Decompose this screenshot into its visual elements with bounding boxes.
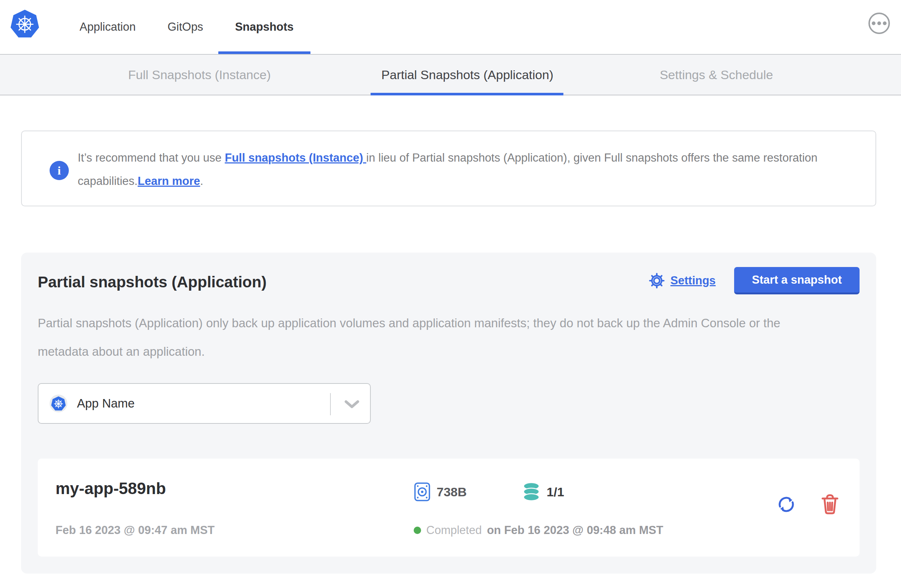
kubernetes-logo-icon xyxy=(9,8,40,39)
tab-settings-schedule[interactable]: Settings & Schedule xyxy=(660,55,773,95)
ellipsis-icon xyxy=(877,22,881,25)
top-nav: Application GitOps Snapshots xyxy=(0,0,901,54)
nav-item-snapshots[interactable]: Snapshots xyxy=(235,0,293,54)
snapshot-started-timestamp: Feb 16 2023 @ 09:47 am MST xyxy=(56,524,215,537)
status-dot-icon xyxy=(414,527,421,534)
full-snapshots-link[interactable]: Full snapshots (Instance) xyxy=(224,151,366,164)
snapshot-volumes: 1/1 xyxy=(547,485,564,499)
snapshot-size: 738B xyxy=(436,485,467,499)
app-selector-value-wrap: App Name xyxy=(50,384,135,423)
snapshot-completed-timestamp: on Feb 16 2023 @ 09:48 am MST xyxy=(487,524,663,537)
panel-actions: Settings Start a snapshot xyxy=(648,267,860,294)
snapshots-page: Application GitOps Snapshots Full Snapsh… xyxy=(0,0,901,588)
selector-divider xyxy=(330,393,331,415)
info-icon: i xyxy=(50,161,69,180)
callout-text: It’s recommend that you use Full snapsho… xyxy=(78,146,844,193)
tab-full-snapshots[interactable]: Full Snapshots (Instance) xyxy=(128,55,271,95)
learn-more-link[interactable]: Learn more xyxy=(138,174,200,188)
panel-description: Partial snapshots (Application) only bac… xyxy=(38,309,785,366)
callout-text-end: . xyxy=(200,174,204,188)
delete-snapshot-icon[interactable] xyxy=(819,493,841,515)
app-selector-value: App Name xyxy=(77,397,135,411)
snapshot-metrics: 738B 1/1 xyxy=(414,482,564,502)
ellipsis-icon xyxy=(883,22,887,25)
snapshots-subnav: Full Snapshots (Instance) Partial Snapsh… xyxy=(0,54,901,95)
app-selector-dropdown[interactable]: App Name xyxy=(38,383,371,424)
snapshot-status-label: Completed xyxy=(426,524,482,537)
restore-snapshot-icon[interactable] xyxy=(776,494,797,515)
snapshot-status: Completed on Feb 16 2023 @ 09:48 am MST xyxy=(414,524,663,537)
volumes-database-icon xyxy=(522,482,541,501)
start-snapshot-button[interactable]: Start a snapshot xyxy=(734,267,860,294)
snapshot-settings-link[interactable]: Settings xyxy=(648,272,716,289)
nav-item-gitops[interactable]: GitOps xyxy=(168,0,203,54)
app-icon xyxy=(50,395,67,412)
gear-icon xyxy=(648,272,665,289)
overflow-menu-button[interactable] xyxy=(868,12,890,34)
snapshot-row: my-app-589nb Feb 16 2023 @ 09:47 am MST … xyxy=(38,459,860,557)
snapshot-name: my-app-589nb xyxy=(56,479,166,498)
panel-title: Partial snapshots (Application) xyxy=(38,273,267,291)
disk-size-icon xyxy=(414,482,431,502)
chevron-down-icon[interactable] xyxy=(344,400,360,410)
tab-partial-snapshots[interactable]: Partial Snapshots (Application) xyxy=(382,55,553,95)
partial-snapshots-panel: Partial snapshots (Application) xyxy=(21,253,876,574)
recommendation-callout: i It’s recommend that you use Full snaps… xyxy=(21,131,876,206)
nav-item-application[interactable]: Application xyxy=(80,0,136,54)
settings-link-label: Settings xyxy=(670,274,716,287)
kubernetes-app-icon xyxy=(51,396,66,411)
ellipsis-icon xyxy=(872,22,876,25)
callout-text-start: It’s recommend that you use xyxy=(78,151,224,164)
top-nav-items: Application GitOps Snapshots xyxy=(80,0,294,54)
